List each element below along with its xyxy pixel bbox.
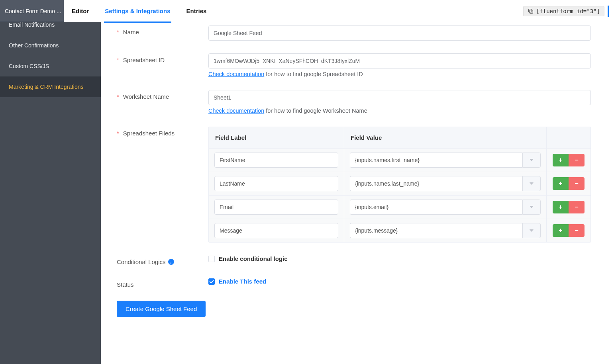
field-label-input[interactable] [214, 223, 338, 238]
add-field-button[interactable]: + [553, 154, 569, 166]
input-worksheet-name[interactable] [208, 90, 591, 105]
fields-row: + − [209, 196, 590, 219]
remove-field-button[interactable]: − [569, 201, 585, 213]
field-value-input[interactable] [350, 200, 522, 215]
field-label-input[interactable] [214, 176, 338, 191]
svg-rect-0 [530, 10, 533, 13]
chevron-down-icon [530, 182, 534, 185]
shortcode-copy-button[interactable]: [fluentform id="3"] [523, 6, 604, 16]
row-submit: Create Google Sheet Feed [117, 301, 612, 317]
info-icon[interactable]: i [168, 259, 174, 265]
row-conditional-logics: Conditional Logics i Enable conditional … [117, 255, 612, 265]
row-name: * Name [117, 25, 612, 41]
tab-editor[interactable]: Editor [64, 0, 97, 22]
help-worksheet-name: Check documentation for how to find goog… [208, 108, 610, 114]
fields-table: Field Label Field Value [208, 127, 591, 243]
field-value-picker-button[interactable] [522, 223, 541, 238]
tab-settings-integrations[interactable]: Settings & Integrations [97, 0, 178, 22]
checkbox-label-enable-feed: Enable This feed [219, 278, 266, 285]
settings-sidebar: Email Notifications Other Confirmations … [0, 22, 101, 364]
required-star: * [117, 57, 119, 63]
row-spreadsheet-id: * Spreadsheet ID Check documentation for… [117, 53, 612, 77]
label-spreadsheet-fields: Spreadsheet Fileds [123, 130, 175, 137]
chevron-down-icon [530, 229, 534, 232]
field-value-input[interactable] [350, 176, 522, 191]
label-conditional-logics: Conditional Logics [117, 258, 166, 265]
input-spreadsheet-id[interactable] [208, 53, 591, 68]
remove-field-button[interactable]: − [569, 224, 585, 237]
link-spreadsheet-id-docs[interactable]: Check documentation [208, 71, 264, 77]
label-spreadsheet-id: Spreadsheet ID [123, 57, 165, 63]
add-field-button[interactable]: + [553, 224, 569, 237]
remove-field-button[interactable]: − [569, 177, 585, 190]
field-value-picker-button[interactable] [522, 200, 541, 215]
required-star: * [117, 130, 119, 137]
topbar-right: [fluentform id="3"] [523, 0, 612, 22]
label-status: Status [117, 281, 134, 288]
row-spreadsheet-fields: * Spreadsheet Fileds Field Label Field V… [117, 127, 612, 243]
shortcode-text: [fluentform id="3"] [536, 8, 600, 14]
tab-entries[interactable]: Entries [178, 0, 215, 22]
sidebar-item-other-confirmations[interactable]: Other Confirmations [0, 35, 101, 56]
field-label-input[interactable] [214, 153, 338, 168]
integration-settings-panel: * Name * Spreadsheet ID Check documentat… [101, 22, 612, 364]
checkbox-conditional-logic[interactable] [208, 256, 215, 262]
label-worksheet-name: Worksheet Name [123, 93, 169, 100]
remove-field-button[interactable]: − [569, 154, 585, 166]
fields-row: + − [209, 219, 590, 242]
help-spreadsheet-id: Check documentation for how to find goog… [208, 71, 610, 77]
field-value-input[interactable] [350, 223, 522, 238]
row-status: Status Enable This feed [117, 278, 612, 288]
sidebar-item-custom-css-js[interactable]: Custom CSS/JS [0, 56, 101, 76]
required-star: * [117, 93, 119, 100]
checkbox-enable-feed[interactable] [208, 278, 215, 285]
required-star: * [117, 29, 119, 35]
form-name: Contact Form Demo ... [5, 8, 61, 14]
fields-table-header: Field Label Field Value [209, 127, 590, 149]
copy-icon [528, 8, 534, 14]
field-label-input[interactable] [214, 200, 338, 215]
topbar: Contact Form Demo ... Editor Settings & … [0, 0, 612, 22]
fields-row: + − [209, 172, 590, 196]
fields-header-value: Field Value [344, 127, 547, 148]
add-field-button[interactable]: + [553, 177, 569, 190]
link-worksheet-name-docs[interactable]: Check documentation [208, 108, 264, 114]
svg-rect-1 [529, 9, 532, 12]
row-worksheet-name: * Worksheet Name Check documentation for… [117, 90, 612, 114]
top-tabs: Editor Settings & Integrations Entries [64, 0, 214, 22]
accent-strip [608, 6, 609, 17]
input-feed-name[interactable] [208, 25, 591, 41]
create-feed-button[interactable]: Create Google Sheet Feed [117, 301, 206, 317]
chevron-down-icon [530, 159, 534, 161]
field-value-input[interactable] [350, 153, 522, 168]
label-name: Name [123, 29, 139, 35]
fields-header-label: Field Label [209, 127, 344, 148]
sidebar-item-marketing-crm[interactable]: Marketing & CRM Integrations [0, 76, 101, 97]
checkbox-label-conditional-logic: Enable conditional logic [219, 255, 288, 262]
field-value-picker-button[interactable] [522, 153, 541, 168]
fields-row: + − [209, 149, 590, 172]
chevron-down-icon [530, 206, 534, 208]
add-field-button[interactable]: + [553, 201, 569, 213]
field-value-picker-button[interactable] [522, 176, 541, 191]
